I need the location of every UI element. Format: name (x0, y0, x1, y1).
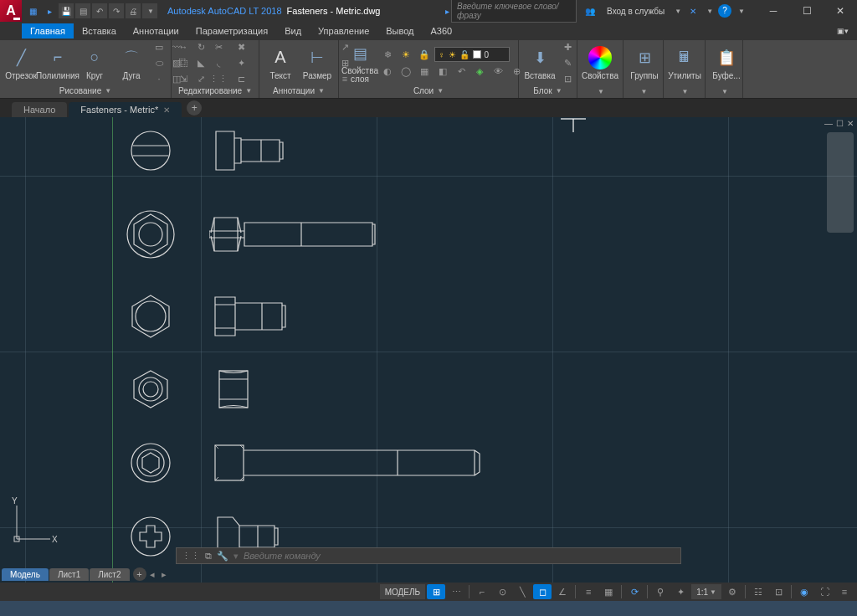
layer-dropdown[interactable]: ♀☀🔓 0 (434, 47, 510, 62)
status-annovis-icon[interactable]: ✦ (671, 584, 690, 599)
menu-insert[interactable]: Вставка (74, 23, 125, 38)
circle-button[interactable]: ○Круг (77, 44, 112, 82)
layer-walk-icon[interactable]: 👁 (490, 64, 506, 79)
erase-icon[interactable]: ✖ (228, 39, 254, 54)
minimize-button[interactable]: ─ (757, 0, 790, 22)
explode-icon[interactable]: ✦ (228, 55, 254, 70)
line-button[interactable]: ╱Отрезок (3, 44, 38, 82)
point-icon[interactable]: · (151, 71, 167, 86)
menu-parametric[interactable]: Параметризация (187, 23, 276, 38)
ribbon-minimize-icon[interactable]: ▣▾ (829, 24, 857, 38)
cmd-handle-icon[interactable]: ⋮⋮ (182, 551, 200, 562)
tab-nav-left-icon[interactable]: ◂ (146, 569, 158, 580)
tab-sheet1[interactable]: Лист1 (49, 568, 89, 581)
qat-dropdown-icon[interactable]: ▼ (142, 3, 157, 18)
menu-a360[interactable]: A360 (423, 23, 461, 38)
status-clean-icon[interactable]: ⛶ (815, 584, 834, 599)
canvas-max-icon[interactable]: ☐ (836, 119, 844, 128)
qat-saveas-icon[interactable]: ▤ (75, 3, 90, 18)
layer-props-button[interactable]: ▤Свойства слоя (342, 40, 377, 85)
status-ws-icon[interactable]: ⚙ (723, 584, 742, 599)
stretch-icon[interactable]: ⇲ (175, 71, 192, 86)
status-ortho-icon[interactable]: ⌐ (473, 584, 491, 599)
menu-manage[interactable]: Управление (310, 23, 377, 38)
qat-redo-icon[interactable]: ↷ (109, 3, 124, 18)
offset-icon[interactable]: ⊏ (228, 71, 254, 86)
status-lwt-icon[interactable]: ≡ (579, 584, 598, 599)
app-logo[interactable]: A (0, 0, 22, 22)
qat-save-icon[interactable]: 💾 (59, 3, 74, 18)
menu-view[interactable]: Вид (276, 23, 310, 38)
add-tab-button[interactable]: + (187, 100, 202, 116)
layer-thaw-icon[interactable]: ◈ (471, 64, 488, 79)
layer-lock-icon[interactable]: 🔒 (416, 47, 433, 62)
rect-icon[interactable]: ▭ (151, 39, 167, 54)
qat-new-icon[interactable]: ▦ (25, 3, 40, 18)
tab-model[interactable]: Модель (2, 568, 49, 581)
command-bar[interactable]: ⋮⋮ ⧉ 🔧 ▾ (176, 547, 681, 564)
status-polar-icon[interactable]: ⊙ (493, 584, 511, 599)
clipboard-button[interactable]: 📋Буфе... (709, 44, 744, 82)
help-icon[interactable]: ? (718, 4, 731, 18)
keyword-search[interactable]: Введите ключевое слово/фразу (451, 0, 577, 23)
trim-icon[interactable]: ✂ (210, 39, 227, 54)
tab-sheet2[interactable]: Лист2 (90, 568, 129, 581)
drawing-canvas[interactable]: — ☐ ✕ X Y ⋮⋮ ⧉ 🔧 ▾ Модель Лист1 Лист2 + … (0, 117, 857, 583)
signin-button[interactable]: Вход в службы (603, 5, 668, 18)
create-block-icon[interactable]: ✚ (559, 39, 576, 54)
tab-start[interactable]: Начало (12, 102, 67, 117)
status-scale[interactable]: 1:1▼ (691, 584, 721, 599)
text-button[interactable]: AТекст (263, 44, 298, 82)
move-icon[interactable]: ↔ (175, 39, 192, 54)
status-cycle-icon[interactable]: ⟳ (625, 584, 644, 599)
status-annoscale-icon[interactable]: ⚲ (651, 584, 670, 599)
rotate-icon[interactable]: ↻ (192, 39, 209, 54)
qat-undo-icon[interactable]: ↶ (92, 3, 107, 18)
copy-icon[interactable]: ⿻ (175, 55, 192, 70)
layer-off-icon[interactable]: ◯ (398, 64, 414, 79)
utils-button[interactable]: 🖩Утилиты (667, 44, 702, 82)
status-osnap-icon[interactable]: ◻ (533, 584, 552, 599)
status-custom-icon[interactable]: ≡ (835, 584, 854, 599)
status-model[interactable]: МОДЕЛЬ (380, 584, 425, 599)
layer-prev-icon[interactable]: ↶ (453, 64, 470, 79)
search-play-icon[interactable]: ▸ (445, 7, 449, 16)
polyline-button[interactable]: ⌐Полилиния (40, 44, 75, 82)
tab-file[interactable]: Fasteners - Metric*✕ (69, 102, 182, 117)
exchange-icon[interactable]: ✕ (686, 5, 700, 18)
menu-home[interactable]: Главная (22, 23, 74, 38)
maximize-button[interactable]: ☐ (790, 0, 824, 22)
status-grid-icon[interactable]: ⊞ (427, 584, 445, 599)
layer-match-icon[interactable]: ◧ (434, 64, 451, 79)
scale-icon[interactable]: ⤢ (192, 71, 209, 86)
status-iso-icon[interactable]: ╲ (513, 584, 531, 599)
qat-open-icon[interactable]: ▸ (42, 3, 57, 18)
block-attr-icon[interactable]: ⊡ (559, 71, 576, 86)
insert-button[interactable]: ⬇Вставка (522, 44, 557, 82)
tab-close-icon[interactable]: ✕ (163, 105, 170, 115)
layer-iso-icon[interactable]: ◐ (379, 64, 396, 79)
qat-print-icon[interactable]: 🖨 (126, 3, 141, 18)
fillet-icon[interactable]: ◟ (210, 55, 227, 70)
canvas-min-icon[interactable]: — (824, 119, 833, 128)
user-icon[interactable]: 👥 (582, 5, 598, 18)
status-units-icon[interactable]: ⊡ (769, 584, 788, 599)
menu-output[interactable]: Вывод (377, 23, 422, 38)
status-hw-icon[interactable]: ◉ (795, 584, 813, 599)
canvas-close-icon[interactable]: ✕ (847, 119, 854, 128)
command-input[interactable] (244, 551, 675, 561)
layer-sun-icon[interactable]: ☀ (398, 47, 414, 62)
edit-block-icon[interactable]: ✎ (559, 55, 576, 70)
tab-nav-right-icon[interactable]: ▸ (158, 569, 170, 580)
navigation-bar[interactable] (827, 132, 854, 233)
properties-button[interactable]: Свойства (581, 44, 619, 82)
menu-annotations[interactable]: Аннотации (125, 23, 187, 38)
layer-states-icon[interactable]: ▦ (416, 64, 433, 79)
ellipse-icon[interactable]: ⬭ (151, 55, 167, 70)
layer-freeze-icon[interactable]: ❄ (379, 47, 396, 62)
close-button[interactable]: ✕ (824, 0, 857, 22)
mirror-icon[interactable]: ◣ (192, 55, 209, 70)
cmd-recent-icon[interactable]: ⧉ (205, 551, 212, 562)
add-layout-button[interactable]: + (133, 567, 146, 581)
status-otrack-icon[interactable]: ∠ (553, 584, 572, 599)
